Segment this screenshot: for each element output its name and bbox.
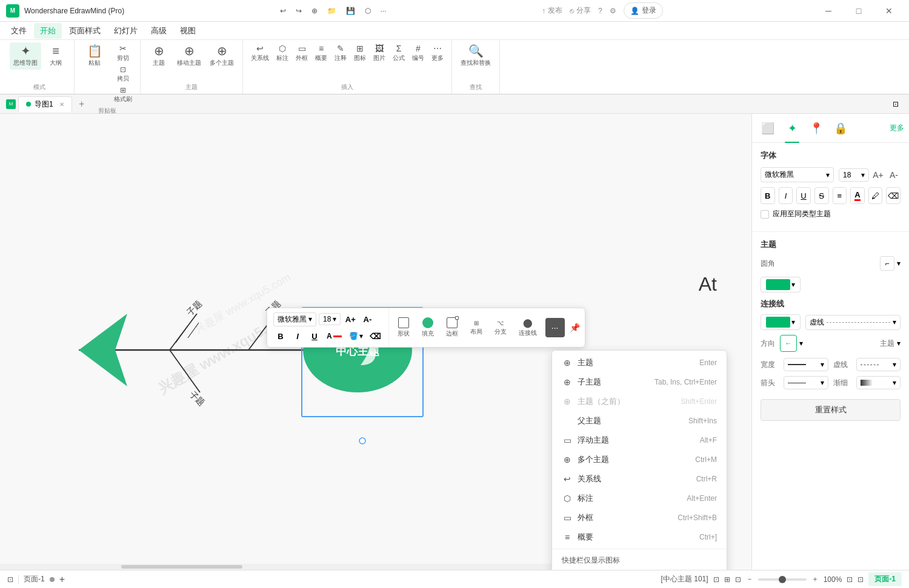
zoom-slider[interactable] [758,578,807,581]
panel-more-btn[interactable]: 更多 [890,123,904,133]
dir-left-btn[interactable]: ← [780,335,797,352]
save-btn[interactable]: 💾 [342,5,359,16]
font-size-select[interactable]: 18 ▾ [839,168,869,182]
cm-show-icons-only[interactable]: 快捷栏仅显示图标 [552,551,727,570]
font-increase-btn[interactable]: A+ [343,312,358,326]
callout-btn[interactable]: ⬡ 标注 [273,42,291,64]
font-increase-panel-btn[interactable]: A+ [871,168,885,182]
formula-btn[interactable]: Σ 公式 [390,42,408,64]
align-panel-btn[interactable]: ≡ [833,187,847,204]
layout-btn[interactable]: ⊞ 布局 [467,318,486,338]
cm-callout[interactable]: ⬡ 标注 Alt+Enter [552,489,727,508]
image-btn[interactable]: 🖼 图片 [370,42,388,64]
summary-btn[interactable]: ≡ 概要 [312,42,330,64]
bold-panel-btn[interactable]: B [761,187,775,204]
icon-btn[interactable]: ⊞ 图标 [351,42,369,64]
font-decrease-panel-btn[interactable]: A- [887,168,901,182]
reset-style-btn[interactable]: 重置样式 [761,399,901,421]
zoom-minus-btn[interactable]: － [746,574,753,584]
panel-tab-lock[interactable]: 🔒 [830,117,851,139]
border-btn[interactable]: 边框 [442,315,462,340]
bold-btn[interactable]: B [273,329,288,343]
maximize-btn[interactable]: □ [845,0,873,22]
note-btn[interactable]: ✎ 注释 [331,42,350,64]
multi-topic-btn[interactable]: ⊕ 多个主题 [206,42,238,70]
eraser-btn[interactable]: ⌫ [368,329,382,343]
menu-view[interactable]: 视图 [174,23,202,39]
frame-btn[interactable]: ▭ 外框 [293,42,311,64]
close-btn[interactable]: ✕ [875,0,903,22]
redo-btn[interactable]: ↪ [292,5,305,16]
canvas-area[interactable]: 兴趣屋 www.xqu5.com 兴趣屋 www.xqu5.com 子题 子题 [0,114,751,570]
open-btn[interactable]: 📁 [324,5,340,16]
cm-multi-topic[interactable]: ⊕ 多个主题 Ctrl+M [552,450,727,469]
settings-btn[interactable]: ⚙ [610,7,616,15]
login-btn[interactable]: 👤 登录 [624,2,663,19]
apply-checkbox[interactable] [761,210,769,219]
page-expand-btn[interactable]: ⊡ [7,575,13,584]
cm-parent-topic[interactable]: 父主题 Shift+Ins [552,411,727,431]
h-scrollbar[interactable] [0,564,594,570]
current-page-tab[interactable]: 页面-1 [868,572,902,586]
page-label[interactable]: 页面-1 [24,574,45,584]
underline-panel-btn[interactable]: U [796,187,811,204]
panel-tab-ai[interactable]: ✦ [781,117,803,139]
menu-start[interactable]: 开始 [34,23,62,39]
arrow-select[interactable]: ▾ [784,376,828,389]
minimize-btn[interactable]: ─ [814,0,842,22]
shape-btn[interactable]: 形状 [394,315,413,340]
panel-tab-format[interactable]: ⬜ [757,117,779,139]
strikethrough-panel-btn[interactable]: S [814,187,829,204]
font-name-select[interactable]: 微软雅黑 ▾ [761,167,834,182]
cm-relation[interactable]: ↩ 关系线 Ctrl+R [552,469,727,489]
help-btn[interactable]: ? [598,7,602,15]
italic-btn[interactable]: I [290,329,305,343]
numbering-btn[interactable]: # 编号 [409,42,427,64]
undo-btn[interactable]: ↩ [276,5,290,16]
outline-mode-btn[interactable]: ≡ 大纲 [42,42,69,70]
panel-tab-location[interactable]: 📍 [805,117,827,139]
topic-btn[interactable]: ⊕ 主题 [145,42,172,70]
font-selector[interactable]: 微软雅黑 ▾ [273,312,316,326]
dashed-select[interactable]: 虚线 ▾ [805,315,901,330]
cut-btn[interactable]: ✂ 剪切 [111,42,135,64]
menu-file[interactable]: 文件 [5,23,33,39]
line-color-btn[interactable]: ▾ [761,314,801,330]
corner-arrow[interactable]: ▾ [897,259,901,268]
dashed2-select[interactable]: ▾ [856,358,901,371]
branch-btn[interactable]: ⌥ 分支 [491,318,510,338]
font-color-panel-btn[interactable]: A [850,187,865,204]
connect-btn[interactable]: ⬤ 连接线 [515,316,541,339]
cm-frame[interactable]: ▭ 外框 Ctrl+Shift+B [552,508,727,527]
shape-select-arrow[interactable]: ▾ [897,339,901,348]
gradient-select[interactable]: ▾ [856,376,901,389]
cm-summary[interactable]: ≡ 概要 Ctrl+] [552,527,727,547]
copy-btn[interactable]: ⊡ 拷贝 [111,64,135,85]
cm-topic-before[interactable]: ⊕ 主题（之前） Shift+Enter [552,392,727,411]
theme-color-btn[interactable]: ▾ [761,277,801,292]
underline-btn[interactable]: U [307,329,322,343]
zoom-plus-btn[interactable]: ＋ [811,574,819,584]
fullscreen-btn[interactable]: ⊡ [857,575,864,584]
italic-panel-btn[interactable]: I [779,187,793,204]
export-btn[interactable]: ⬡ [361,5,375,16]
menu-slideshow[interactable]: 幻灯片 [108,23,144,39]
eraser-panel-btn[interactable]: ⌫ [886,187,901,204]
scrollbar-thumb[interactable] [121,565,242,569]
publish-btn[interactable]: ↑ 发布 [542,5,562,16]
highlight-panel-btn[interactable]: 🖊 [868,187,883,204]
font-decrease-btn[interactable]: A- [360,312,375,326]
menu-page-style[interactable]: 页面样式 [63,23,107,39]
cm-float-topic[interactable]: ▭ 浮动主题 Alt+F [552,431,727,450]
more-toolbar-btn[interactable]: ··· [545,318,565,337]
move-topic-btn[interactable]: ⊕ 移动主题 [173,42,205,70]
new-btn[interactable]: ⊕ [308,5,321,16]
add-page-btn[interactable]: + [59,574,65,585]
cm-topic[interactable]: ⊕ 主题 Enter [552,353,727,372]
dir-arrow[interactable]: ▾ [799,339,803,348]
paste-btn[interactable]: 📋 粘贴 [79,42,110,70]
fill-btn[interactable]: 填充 [418,315,438,340]
cm-subtopic[interactable]: ⊕ 子主题 Tab, Ins, Ctrl+Enter [552,372,727,392]
width-select[interactable]: ▾ [784,358,828,371]
menu-advanced[interactable]: 高级 [145,23,173,39]
